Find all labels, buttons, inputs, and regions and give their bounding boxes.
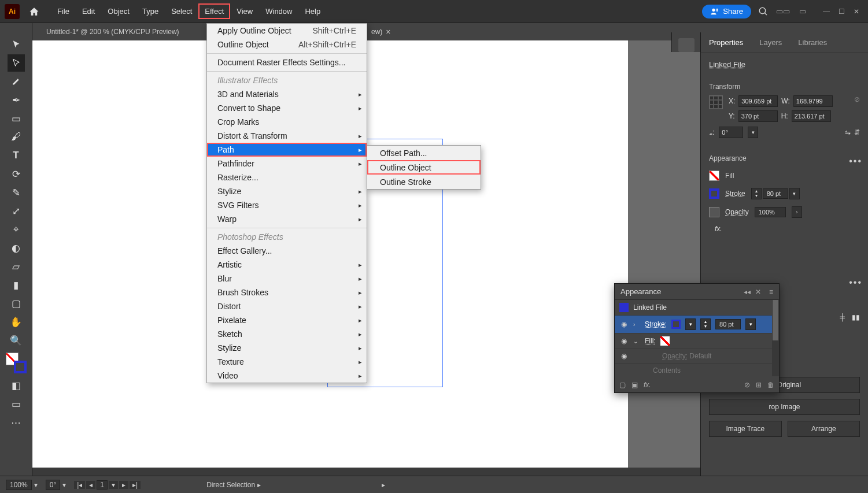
panel-menu-icon[interactable]: ≡ [769, 288, 773, 296]
tab-close-icon[interactable]: × [386, 27, 390, 36]
menu-item-rasterize-[interactable]: Rasterize... [207, 170, 367, 184]
expand-icon[interactable]: › [633, 321, 640, 328]
transform-y-input[interactable] [738, 110, 778, 122]
submenu-item-offset-path-[interactable]: Offset Path... [367, 146, 481, 160]
eraser-tool-icon[interactable]: ▱ [8, 258, 25, 275]
gradient-tool-icon[interactable]: ▮ [8, 276, 25, 294]
menu-select[interactable]: Select [165, 3, 198, 19]
menu-edit[interactable]: Edit [76, 3, 101, 19]
fill-color-swatch[interactable] [660, 336, 670, 346]
eyedropper-tool-icon[interactable]: ✎ [8, 184, 25, 201]
shape-builder-tool-icon[interactable]: ◐ [8, 239, 25, 257]
rotation-dropdown-icon[interactable]: ▾ [748, 127, 758, 138]
fx-icon[interactable]: fx. [644, 381, 651, 389]
delete-icon[interactable]: 🗑 [767, 381, 774, 389]
appearance-row-contents[interactable]: Contents [615, 364, 779, 377]
menu-item-outline-object[interactable]: Outline Object Alt+Shift+Ctrl+E [207, 38, 367, 51]
flip-horizontal-icon[interactable]: ⇋ [845, 128, 851, 136]
link-wh-icon[interactable]: ⊘ [854, 95, 860, 103]
curvature-tool-icon[interactable]: ✒ [8, 91, 25, 109]
visibility-toggle-icon[interactable]: ◉ [619, 337, 629, 345]
pen-tool-icon[interactable] [8, 73, 25, 90]
menu-view[interactable]: View [230, 3, 259, 19]
menu-item-svg-filters[interactable]: SVG Filters [207, 198, 367, 212]
stroke-swatch-dropdown-icon[interactable]: ▾ [685, 318, 696, 330]
tab-layers[interactable]: Layers [751, 38, 790, 47]
width-tool-icon[interactable]: ⌖ [8, 221, 25, 238]
arrange-button[interactable]: Arrange [788, 421, 860, 437]
transform-more-icon[interactable]: ••• [849, 156, 862, 166]
menu-item-brush-strokes[interactable]: Brush Strokes [207, 286, 367, 299]
transform-h-input[interactable] [792, 110, 831, 122]
edit-toolbar-icon[interactable]: ⋯ [8, 414, 25, 431]
flip-vertical-icon[interactable]: ⇵ [854, 128, 860, 136]
opacity-input[interactable] [755, 207, 786, 217]
menu-item-path[interactable]: Path [207, 143, 367, 157]
distribute-icon[interactable]: ▮▮ [852, 313, 860, 321]
rotate-tool-icon[interactable]: ⟳ [8, 165, 25, 183]
menu-item-sketch[interactable]: Sketch [207, 327, 367, 341]
artboard-tool-icon[interactable]: ▢ [8, 295, 25, 312]
opacity-dropdown-icon[interactable]: › [792, 206, 802, 218]
appearance-row-linked-file[interactable]: Linked File [615, 300, 779, 316]
tab-properties[interactable]: Properties [701, 38, 751, 47]
close-icon[interactable]: ✕ [849, 6, 863, 17]
artboard-last-icon[interactable]: ▸| [130, 481, 141, 489]
fx-icon[interactable]: fx. [715, 225, 722, 233]
tab-libraries[interactable]: Libraries [790, 38, 835, 47]
visibility-toggle-icon[interactable]: ◉ [619, 320, 629, 328]
artboard-dropdown-icon[interactable]: ▾ [109, 481, 118, 489]
menu-help[interactable]: Help [298, 3, 327, 19]
menu-file[interactable]: File [51, 3, 76, 19]
stroke-dropdown-icon[interactable]: ▾ [789, 188, 800, 199]
stroke-weight-panel-input[interactable] [715, 319, 741, 329]
thumbnail-icon[interactable]: ▢ [619, 381, 626, 389]
menu-item-video[interactable]: Video [207, 369, 367, 383]
submenu-item-outline-object[interactable]: Outline Object [367, 160, 481, 175]
stroke-weight-input[interactable] [763, 188, 788, 199]
menu-type[interactable]: Type [136, 3, 165, 19]
submenu-item-outline-stroke[interactable]: Outline Stroke [367, 175, 481, 189]
zoom-dropdown-icon[interactable]: ▾ [34, 481, 38, 489]
search-icon[interactable] [756, 4, 771, 19]
menu-item-pixelate[interactable]: Pixelate [207, 313, 367, 327]
document-tab-partial[interactable]: ew) × [365, 25, 397, 39]
home-icon[interactable] [25, 3, 43, 20]
color-mode-icon[interactable]: ◧ [8, 377, 25, 394]
transform-x-input[interactable] [738, 95, 778, 107]
rotation-input[interactable] [719, 127, 743, 138]
rotation-value[interactable]: 0° [46, 480, 60, 490]
menu-item-warp[interactable]: Warp [207, 212, 367, 226]
artboard-first-icon[interactable]: |◂ [74, 481, 85, 489]
scroll-right-icon[interactable]: ▸ [382, 481, 385, 489]
menu-item-blur[interactable]: Blur [207, 272, 367, 286]
comments-panel-icon[interactable] [678, 38, 695, 52]
artboard-prev-icon[interactable]: ◂ [86, 481, 95, 489]
appearance-row-opacity[interactable]: ◉ Opacity: Default [615, 349, 779, 364]
arrange-documents-icon[interactable]: ▭ [795, 4, 810, 19]
fill-swatch[interactable] [709, 170, 719, 181]
linked-file-label[interactable]: Linked File [709, 60, 745, 69]
type-tool-icon[interactable]: T [8, 147, 25, 164]
align-icon[interactable]: ╪ [840, 313, 845, 321]
selection-tool-icon[interactable] [8, 36, 25, 53]
minimize-icon[interactable]: — [819, 6, 833, 17]
share-button[interactable]: Share [702, 5, 751, 18]
maximize-icon[interactable]: ☐ [834, 6, 848, 17]
thumbnail-large-icon[interactable]: ▣ [631, 381, 638, 389]
menu-item-convert-to-shape[interactable]: Convert to Shape [207, 101, 367, 115]
stroke-swatch[interactable] [709, 188, 719, 199]
appearance-row-stroke[interactable]: ◉ › Stroke: ▾ ▴▾ ▾ [615, 316, 779, 333]
menu-item-3d-and-materials[interactable]: 3D and Materials [207, 87, 367, 101]
stroke-label[interactable]: Stroke [725, 190, 745, 198]
collapse-icon[interactable]: ◂◂ [744, 288, 751, 296]
opacity-swatch[interactable] [709, 207, 719, 217]
appearance-more-icon[interactable]: ••• [849, 277, 862, 288]
menu-object[interactable]: Object [101, 3, 136, 19]
stroke-stepper-panel-icon[interactable]: ▴▾ [700, 318, 711, 330]
image-trace-button[interactable]: Image Trace [709, 421, 782, 437]
menu-item-effect-gallery-[interactable]: Effect Gallery... [207, 244, 367, 258]
zoom-tool-icon[interactable]: 🔍 [8, 332, 25, 349]
artboard-next-icon[interactable]: ▸ [119, 481, 128, 489]
tool-dropdown-icon[interactable]: ▸ [257, 481, 261, 489]
